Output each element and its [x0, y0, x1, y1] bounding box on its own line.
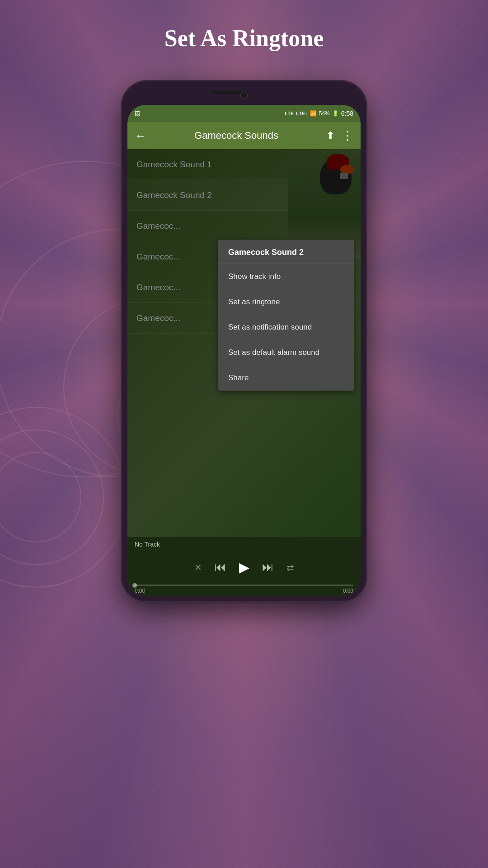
status-bar: 🖼 LTE LTE↑ 📶 54% 🔋 6:58: [127, 105, 361, 122]
menu-item-set-ringtone[interactable]: Set as ringtone: [218, 289, 354, 315]
player-track-name: No Track: [127, 537, 361, 550]
menu-item-share[interactable]: Share: [218, 365, 354, 391]
time-end: 0:00: [343, 588, 353, 594]
battery-icon: 🔋: [332, 110, 339, 117]
player-time: 0:00 0:00: [127, 586, 361, 596]
lte-label: LTE: [285, 111, 294, 116]
power-button[interactable]: [366, 185, 366, 222]
context-menu: Gamecock Sound 2 Show track info Set as …: [218, 240, 354, 391]
prev-button[interactable]: ⏮: [215, 560, 226, 574]
play-button[interactable]: ▶: [239, 559, 249, 575]
player-progress-bar[interactable]: [135, 585, 353, 586]
share-button[interactable]: ⬆: [326, 130, 334, 142]
back-button[interactable]: ←: [135, 129, 146, 143]
app-bar-title: Gamecock Sounds: [154, 130, 319, 142]
status-bar-right: LTE LTE↑ 📶 54% 🔋 6:58: [285, 110, 353, 117]
phone-frame: 🖼 LTE LTE↑ 📶 54% 🔋 6:58 ← Gamecock Sound…: [122, 81, 366, 601]
context-menu-title: Gamecock Sound 2: [218, 240, 354, 264]
page-title: Set As Ringtone: [0, 25, 488, 52]
battery-label: 54%: [319, 110, 330, 117]
menu-item-set-alarm[interactable]: Set as default alarm sound: [218, 340, 354, 365]
shuffle-button[interactable]: ✕: [194, 562, 202, 573]
next-button[interactable]: ⏭: [262, 560, 274, 574]
notification-icon: 🖼: [135, 110, 140, 117]
repeat-button[interactable]: ⇄: [286, 562, 294, 573]
signal-bars: 📶: [310, 110, 317, 117]
time-label: 6:58: [341, 110, 353, 117]
player-controls: ✕ ⏮ ▶ ⏭ ⇄: [127, 550, 361, 585]
menu-item-set-notification[interactable]: Set as notification sound: [218, 315, 354, 340]
app-bar: ← Gamecock Sounds ⬆ ⋮: [127, 122, 361, 149]
menu-item-show-track-info[interactable]: Show track info: [218, 264, 354, 289]
time-start: 0:00: [135, 588, 145, 594]
status-left-icons: 🖼: [135, 110, 140, 117]
phone-screen: 🖼 LTE LTE↑ 📶 54% 🔋 6:58 ← Gamecock Sound…: [127, 105, 361, 596]
more-button[interactable]: ⋮: [342, 129, 353, 143]
bottom-player: No Track ✕ ⏮ ▶ ⏭ ⇄ 0:00 0:00: [127, 537, 361, 596]
lte2-label: LTE↑: [296, 111, 307, 116]
camera: [240, 91, 248, 99]
volume-down-button[interactable]: [122, 201, 122, 224]
content-area: Gamecock Sound 1 Gamecock Sound 2 Gameco…: [127, 149, 361, 537]
volume-up-button[interactable]: [122, 172, 122, 194]
